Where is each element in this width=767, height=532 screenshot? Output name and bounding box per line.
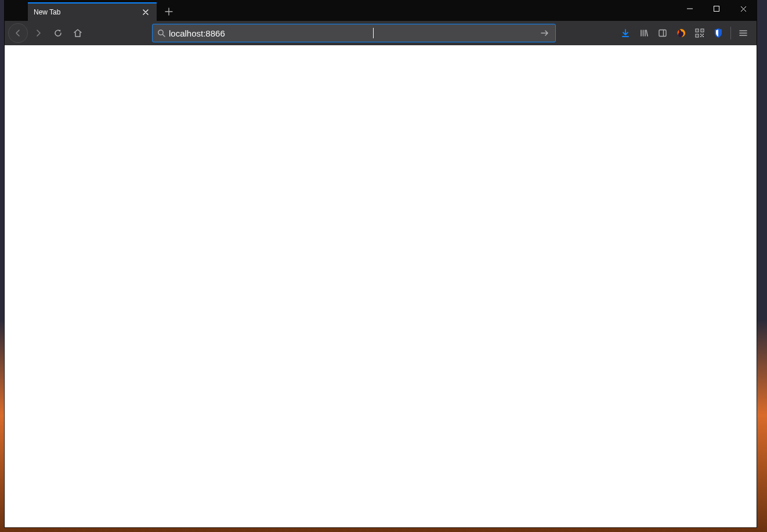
svg-rect-0: [714, 6, 719, 12]
reload-icon: [53, 28, 63, 38]
reload-button[interactable]: [49, 24, 67, 42]
app-menu-button[interactable]: [735, 24, 752, 42]
url-input[interactable]: [169, 24, 537, 42]
home-button[interactable]: [68, 24, 87, 42]
window-close-icon: [740, 6, 747, 12]
close-icon: [142, 9, 149, 16]
svg-rect-13: [703, 36, 704, 37]
window-close-button[interactable]: [730, 0, 757, 17]
shield-icon: [713, 28, 723, 38]
sidebar-icon: [658, 28, 667, 38]
sidebar-button[interactable]: [654, 24, 671, 42]
firefox-account-button[interactable]: [672, 24, 690, 42]
address-bar[interactable]: [152, 24, 556, 42]
window-maximize-button[interactable]: [703, 0, 730, 17]
qr-code-icon: [695, 28, 704, 38]
forward-button[interactable]: [29, 24, 48, 42]
navigation-toolbar: [5, 21, 757, 45]
go-button[interactable]: [537, 25, 553, 41]
page-content: [5, 45, 757, 527]
window-minimize-button[interactable]: [676, 0, 703, 17]
downloads-button[interactable]: [617, 24, 634, 42]
home-icon: [73, 28, 83, 38]
plus-icon: [165, 8, 173, 16]
search-icon: [157, 29, 165, 37]
tab-strip: New Tab: [5, 0, 178, 21]
browser-tab[interactable]: New Tab: [28, 2, 157, 21]
downloads-icon: [621, 28, 630, 38]
svg-rect-10: [700, 34, 701, 35]
svg-rect-2: [659, 30, 666, 37]
browser-window: New Tab: [5, 0, 757, 527]
window-controls: [676, 0, 757, 17]
close-tab-button[interactable]: [140, 7, 151, 17]
svg-rect-14: [701, 35, 703, 36]
window-maximize-icon: [714, 6, 719, 12]
window-minimize-icon: [687, 6, 693, 12]
new-tab-button[interactable]: [160, 3, 178, 20]
svg-rect-9: [697, 35, 697, 36]
library-icon: [639, 28, 649, 38]
svg-rect-11: [703, 34, 704, 35]
go-arrow-icon: [540, 28, 549, 38]
titlebar: New Tab: [5, 0, 757, 21]
toolbar-right: [617, 24, 753, 42]
hamburger-icon: [739, 28, 748, 38]
svg-rect-12: [700, 36, 701, 37]
qr-extension-button[interactable]: [691, 24, 708, 42]
back-icon: [13, 28, 23, 38]
back-button[interactable]: [8, 23, 28, 43]
svg-rect-8: [702, 30, 703, 31]
firefox-logo-icon: [676, 28, 686, 38]
svg-rect-7: [697, 30, 697, 31]
library-button[interactable]: [635, 24, 653, 42]
toolbar-separator: [730, 27, 731, 39]
bitwarden-extension-button[interactable]: [710, 24, 727, 42]
tab-title: New Tab: [34, 8, 140, 16]
forward-icon: [34, 28, 43, 38]
